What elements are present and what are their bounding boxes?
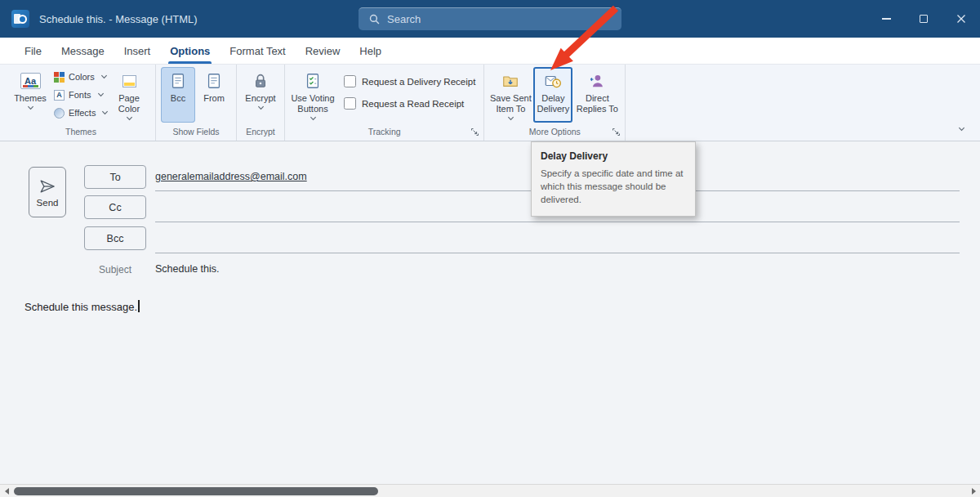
more-options-dialog-launcher-icon[interactable] — [612, 128, 621, 137]
scroll-right-button[interactable] — [967, 485, 980, 497]
save-sent-icon — [501, 71, 519, 91]
group-label-show-fields: Show Fields — [161, 123, 231, 140]
chevron-down-icon — [310, 116, 317, 121]
send-icon — [38, 177, 56, 195]
message-body[interactable]: Schedule this message. — [24, 300, 140, 313]
ribbon-group-tracking: Use Voting Buttons Request a Delivery Re… — [285, 65, 484, 141]
window-controls — [867, 0, 980, 38]
delay-delivery-icon — [544, 71, 562, 91]
close-icon — [956, 14, 966, 24]
group-label-more-options: More Options — [489, 123, 620, 140]
menu-item-insert[interactable]: Insert — [114, 38, 161, 64]
encrypt-button[interactable]: Encrypt — [242, 67, 279, 123]
minimize-button[interactable] — [867, 0, 905, 38]
read-receipt-label: Request a Read Receipt — [362, 99, 464, 109]
cc-field-line — [155, 222, 960, 222]
menu-item-message[interactable]: Message — [51, 38, 114, 64]
group-label-themes: Themes — [11, 123, 150, 140]
chevron-down-icon — [100, 74, 108, 79]
scroll-left-icon — [5, 488, 9, 495]
chevron-down-icon — [97, 92, 105, 97]
chevron-down-icon — [27, 105, 34, 110]
delivery-receipt-option[interactable]: Request a Delivery Receipt — [344, 75, 475, 87]
ribbon-group-themes: Aa Themes Colors A Fonts — [7, 65, 156, 141]
tracking-dialog-launcher-icon[interactable] — [470, 128, 479, 137]
scroll-right-icon — [972, 488, 976, 495]
scroll-left-button[interactable] — [0, 485, 13, 497]
outlook-icon — [11, 10, 29, 28]
from-ribbon-button[interactable]: From — [197, 67, 231, 123]
from-icon — [205, 71, 223, 91]
tracking-checkboxes: Request a Delivery Receipt Request a Rea… — [337, 67, 479, 123]
themes-small-buttons: Colors A Fonts Effects — [51, 67, 106, 123]
menu-item-file[interactable]: File — [15, 38, 51, 64]
delivery-receipt-checkbox[interactable] — [344, 75, 356, 87]
subject-value[interactable]: Schedule this. — [155, 263, 220, 275]
window-title: Schedule this. - Message (HTML) — [39, 13, 198, 25]
maximize-button[interactable] — [905, 0, 942, 38]
to-recipient[interactable]: generalemailaddress@email.com — [155, 171, 307, 182]
maximize-icon — [920, 15, 928, 23]
bcc-button[interactable]: Bcc — [84, 226, 146, 250]
bcc-field-line — [155, 253, 960, 253]
fonts-button[interactable]: A Fonts — [51, 86, 106, 104]
cc-button[interactable]: Cc — [84, 195, 146, 219]
tooltip-title: Delay Delivery — [541, 150, 686, 162]
send-label: Send — [37, 198, 59, 208]
search-input[interactable]: Search — [359, 7, 621, 30]
titlebar: Schedule this. - Message (HTML) Search — [0, 0, 980, 38]
effects-button[interactable]: Effects — [51, 104, 106, 122]
send-button[interactable]: Send — [29, 167, 66, 217]
scrollbar-thumb[interactable] — [14, 487, 378, 495]
tooltip-body: Specify a specific date and time at whic… — [541, 167, 686, 206]
group-label-encrypt: Encrypt — [242, 123, 279, 140]
horizontal-scrollbar[interactable] — [0, 484, 980, 497]
ribbon-group-show-fields: Bcc From Show Fields — [156, 65, 237, 141]
text-cursor — [138, 300, 140, 312]
bcc-icon — [169, 71, 187, 91]
delay-delivery-tooltip: Delay Delivery Specify a specific date a… — [531, 141, 696, 217]
menu-item-review[interactable]: Review — [296, 38, 350, 64]
ribbon-group-encrypt: Encrypt Encrypt — [237, 65, 285, 141]
read-receipt-option[interactable]: Request a Read Receipt — [344, 97, 475, 110]
read-receipt-checkbox[interactable] — [344, 97, 356, 110]
menubar: File Message Insert Options Format Text … — [0, 38, 980, 65]
delay-delivery-button[interactable]: Delay Delivery — [533, 67, 572, 123]
page-color-icon — [122, 71, 136, 91]
themes-icon: Aa — [20, 71, 41, 91]
ribbon-collapse-button[interactable] — [952, 122, 970, 137]
chevron-down-icon — [257, 105, 265, 110]
group-label-tracking: Tracking — [290, 123, 479, 140]
save-sent-item-to-button[interactable]: Save Sent Item To — [489, 67, 532, 123]
effects-icon — [54, 108, 65, 119]
minimize-icon — [882, 18, 891, 19]
menu-item-options[interactable]: Options — [160, 38, 220, 64]
close-button[interactable] — [942, 0, 980, 38]
voting-icon — [304, 71, 322, 91]
colors-icon — [54, 72, 65, 83]
use-voting-buttons-button[interactable]: Use Voting Buttons — [290, 67, 336, 123]
to-button[interactable]: To — [84, 165, 146, 189]
page-color-button[interactable]: Page Color — [108, 67, 150, 123]
compose-area: Send To generalemailaddress@email.com Cc… — [0, 141, 980, 484]
outlook-message-window: Schedule this. - Message (HTML) Search F… — [0, 0, 980, 497]
lock-icon — [252, 71, 270, 91]
search-icon — [369, 14, 380, 25]
direct-replies-to-button[interactable]: Direct Replies To — [574, 67, 620, 123]
ribbon-group-more-options: Save Sent Item To Delay Delivery Direct … — [484, 65, 626, 141]
bcc-ribbon-button[interactable]: Bcc — [161, 67, 195, 123]
direct-replies-icon — [588, 71, 606, 91]
delivery-receipt-label: Request a Delivery Receipt — [362, 77, 475, 87]
themes-button[interactable]: Aa Themes — [11, 67, 49, 123]
fonts-icon: A — [54, 90, 65, 101]
menu-item-format-text[interactable]: Format Text — [220, 38, 295, 64]
subject-label: Subject — [84, 264, 146, 275]
chevron-down-icon — [958, 127, 965, 132]
chevron-down-icon — [507, 116, 514, 121]
menu-item-help[interactable]: Help — [350, 38, 391, 64]
chevron-down-icon — [126, 116, 133, 121]
colors-button[interactable]: Colors — [51, 68, 106, 86]
ribbon: Aa Themes Colors A Fonts — [0, 65, 980, 141]
search-placeholder: Search — [387, 13, 421, 25]
